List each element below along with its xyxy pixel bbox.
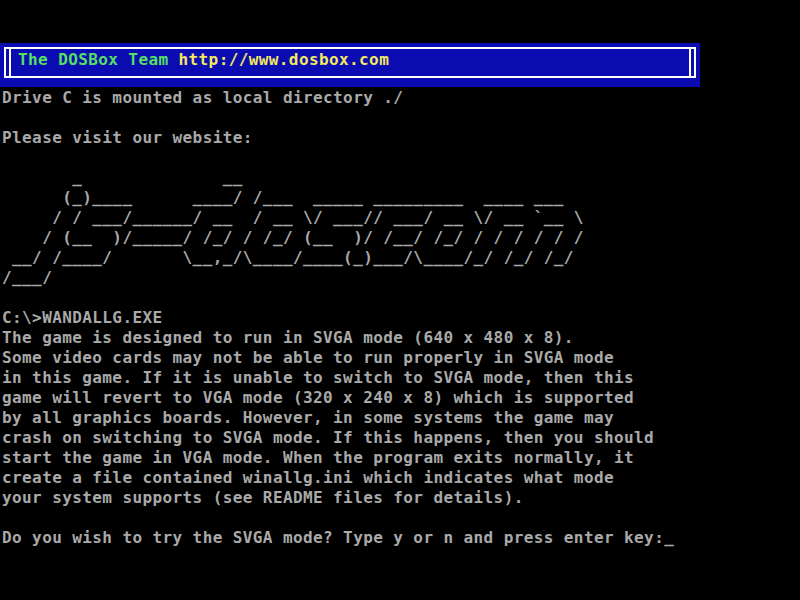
js-dos-ascii-logo: (_)____ ____/ /___ _____ _________ ____ … (2, 188, 798, 208)
terminal-output[interactable]: Drive C is mounted as local directory ./… (2, 88, 798, 548)
prompt-text: Do you wish to try the SVGA mode? Type y… (2, 528, 664, 547)
blank-line (2, 508, 798, 528)
blank-line (2, 148, 798, 168)
game-info-line: your system supports (see README files f… (2, 488, 798, 508)
blank-line (2, 108, 798, 128)
js-dos-ascii-logo: / (__ )/_____/ /_/ / /_/ (__ )/ /__/ /_/… (2, 228, 798, 248)
js-dos-ascii-logo: __/ /____/ \__,_/\____/____(_)___/\____/… (2, 248, 798, 268)
dosbox-url: http://www.dosbox.com (179, 50, 390, 69)
prompt-line[interactable]: Do you wish to try the SVGA mode? Type y… (2, 528, 798, 548)
game-info-line: by all graphics boards. However, in some… (2, 408, 798, 428)
dosbox-banner: The DOSBox Teamhttp://www.dosbox.com (0, 43, 700, 87)
game-info-line: start the game in VGA mode. When the pro… (2, 448, 798, 468)
game-info-line: create a file contained winallg.ini whic… (2, 468, 798, 488)
game-info-line: The game is designed to run in SVGA mode… (2, 328, 798, 348)
dosbox-team-label: The DOSBox Team (18, 50, 169, 69)
js-dos-ascii-logo: /___/ (2, 268, 798, 288)
banner-text: The DOSBox Teamhttp://www.dosbox.com (18, 50, 389, 70)
js-dos-ascii-logo: / / ___/______/ __ / __ \/ ___// ___/ __… (2, 208, 798, 228)
text-cursor[interactable]: _ (664, 528, 674, 547)
command-line: C:\>WANDALLG.EXE (2, 308, 798, 328)
js-dos-ascii-logo: _ __ (2, 168, 798, 188)
blank-line (2, 288, 798, 308)
game-info-line: in this game. If it is unable to switch … (2, 368, 798, 388)
website-line: Please visit our website: (2, 128, 798, 148)
drive-mount-line: Drive C is mounted as local directory ./ (2, 88, 798, 108)
dos-screen: The DOSBox Teamhttp://www.dosbox.com Dri… (0, 0, 800, 600)
game-info-line: crash on switching to SVGA mode. If this… (2, 428, 798, 448)
game-info-line: game will revert to VGA mode (320 x 240 … (2, 388, 798, 408)
game-info-line: Some video cards may not be able to run … (2, 348, 798, 368)
